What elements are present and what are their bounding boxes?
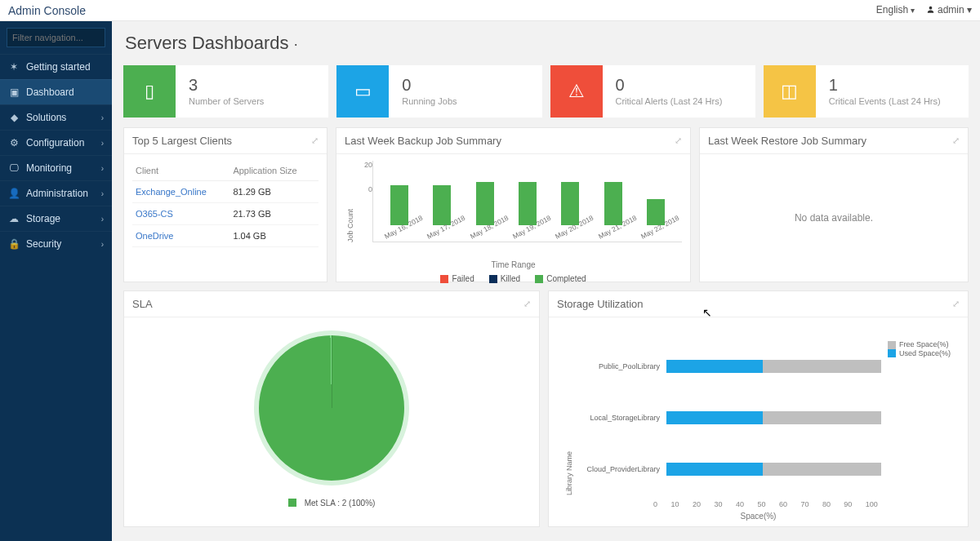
bar xyxy=(561,182,579,225)
stat-label: Critical Alerts (Last 24 Hrs) xyxy=(616,96,723,106)
panel-storage-utilization: Storage Utilization ⤢ ↖ Library Name Pub… xyxy=(548,290,969,527)
panel-title: Last Week Restore Job Summary xyxy=(708,135,866,147)
hbar-row[interactable]: Cloud_ProviderLibrary xyxy=(577,455,881,483)
bar-column[interactable]: May 21, 2018 xyxy=(597,182,630,242)
hbar-used xyxy=(666,463,763,476)
bar-column[interactable]: May 18, 2018 xyxy=(469,182,501,242)
nav-icon: ✶ xyxy=(8,61,20,73)
stat-card[interactable]: ▯ 3 Number of Servers xyxy=(123,65,328,118)
user-menu[interactable]: admin ▾ xyxy=(926,4,972,16)
nav-label: Security xyxy=(26,238,95,250)
panel-title: Storage Utilization xyxy=(557,298,644,310)
top5-table: Client Application Size Exchange_Online … xyxy=(132,161,318,247)
nav-icon: ▣ xyxy=(8,86,20,98)
client-link[interactable]: Exchange_Online xyxy=(136,187,207,197)
hbar-row[interactable]: Local_StorageLibrary xyxy=(577,404,881,432)
stat-label: Number of Servers xyxy=(189,96,264,106)
sla-legend[interactable]: Met SLA : 2 (100%) xyxy=(288,499,376,508)
sidebar-item-storage[interactable]: ☁ Storage › xyxy=(0,206,112,231)
x-tick: 40 xyxy=(736,500,744,508)
expand-icon[interactable]: ⤢ xyxy=(952,135,960,146)
nav-label: Monitoring xyxy=(26,162,95,174)
panel-title: SLA xyxy=(132,298,153,310)
chart-legend: Failed Killed Completed xyxy=(345,274,682,283)
x-axis-ticks: 0102030405060708090100 xyxy=(653,500,878,508)
stat-label: Running Jobs xyxy=(402,96,457,106)
x-axis-label: Time Range xyxy=(345,260,682,269)
user-name: admin xyxy=(938,4,964,16)
x-tick: 20 xyxy=(693,500,701,508)
stat-card[interactable]: ▭ 0 Running Jobs xyxy=(336,65,541,118)
sidebar-item-security[interactable]: 🔒 Security › xyxy=(0,231,112,256)
alert-icon: ⚠ xyxy=(550,65,603,118)
sidebar-item-monitoring[interactable]: 🖵 Monitoring › xyxy=(0,155,112,180)
chevron-right-icon: › xyxy=(101,139,104,148)
legend-completed[interactable]: Completed xyxy=(535,274,586,283)
server-icon: ▯ xyxy=(123,65,176,118)
legend-used[interactable]: Used Space(%) xyxy=(888,349,955,358)
sidebar-item-dashboard[interactable]: ▣ Dashboard xyxy=(0,79,112,104)
nav-icon: 👤 xyxy=(8,188,20,199)
stat-card[interactable]: ⚠ 0 Critical Alerts (Last 24 Hrs) xyxy=(550,65,755,118)
expand-icon[interactable]: ⤢ xyxy=(675,135,682,146)
sidebar-item-configuration[interactable]: ⚙ Configuration › xyxy=(0,130,112,155)
app-size-cell: 81.29 GB xyxy=(229,181,318,203)
bar-column[interactable]: May 17, 2018 xyxy=(425,185,458,242)
col-appsize[interactable]: Application Size xyxy=(229,161,318,181)
table-row: OneDrive 1.04 GB xyxy=(132,225,318,247)
expand-icon[interactable]: ⤢ xyxy=(311,135,318,146)
language-selector[interactable]: English xyxy=(876,4,915,16)
y-axis-label: Library Name xyxy=(562,340,577,495)
hbar-label: Local_StorageLibrary xyxy=(577,414,666,422)
app-size-cell: 1.04 GB xyxy=(229,225,318,247)
table-row: O365-CS 21.73 GB xyxy=(132,203,318,225)
bar xyxy=(519,182,537,225)
hbar-chart: Public_PoolLibrary Local_StorageLibrary … xyxy=(577,340,881,495)
panel-sla: SLA ⤢ Met SLA : 2 (100%) xyxy=(123,290,540,527)
legend-failed[interactable]: Failed xyxy=(440,274,474,283)
bar-chart: May 16, 2018 May 17, 2018 May 18, 2018 M… xyxy=(372,161,682,242)
bar-column[interactable]: May 22, 2018 xyxy=(639,199,672,242)
nav-icon: ◆ xyxy=(8,112,20,123)
sidebar-item-administration[interactable]: 👤 Administration › xyxy=(0,180,112,206)
app-size-cell: 21.73 GB xyxy=(229,203,318,225)
col-client[interactable]: Client xyxy=(132,161,229,181)
chevron-right-icon: › xyxy=(101,215,104,224)
hbar-track xyxy=(666,463,881,476)
bar-column[interactable]: May 20, 2018 xyxy=(554,182,586,242)
sidebar-item-solutions[interactable]: ◆ Solutions › xyxy=(0,104,112,130)
nav-label: Configuration xyxy=(26,137,95,149)
sla-pie-chart[interactable] xyxy=(254,330,409,486)
sidebar: ✶ Getting started ▣ Dashboard ◆ Solution… xyxy=(0,21,112,541)
bar-column[interactable]: May 19, 2018 xyxy=(511,182,544,242)
panel-restore-summary: Last Week Restore Job Summary ⤢ No data … xyxy=(699,127,969,282)
chevron-right-icon: › xyxy=(101,189,104,198)
nav-label: Solutions xyxy=(26,112,95,123)
hbar-label: Cloud_ProviderLibrary xyxy=(577,465,666,473)
client-link[interactable]: O365-CS xyxy=(136,209,173,219)
sidebar-item-getting-started[interactable]: ✶ Getting started xyxy=(0,54,112,79)
briefcase-icon: ▭ xyxy=(336,65,389,118)
empty-state-text: No data available. xyxy=(795,212,873,224)
filter-navigation-input[interactable] xyxy=(7,28,105,47)
bar-column[interactable]: May 16, 2018 xyxy=(383,185,416,242)
bar xyxy=(390,185,408,225)
nav-label: Getting started xyxy=(26,61,104,73)
stat-card[interactable]: ◫ 1 Critical Events (Last 24 Hrs) xyxy=(764,65,969,118)
stat-value: 1 xyxy=(829,77,941,93)
expand-icon[interactable]: ⤢ xyxy=(952,299,960,309)
legend-free[interactable]: Free Space(%) xyxy=(888,340,955,349)
storage-legend: Free Space(%) Used Space(%) xyxy=(881,340,955,495)
expand-icon[interactable]: ⤢ xyxy=(523,299,531,309)
hbar-label: Public_PoolLibrary xyxy=(577,362,666,370)
hbar-track xyxy=(666,360,881,373)
chevron-right-icon: › xyxy=(101,240,104,249)
hbar-row[interactable]: Public_PoolLibrary xyxy=(577,353,881,380)
x-tick: 90 xyxy=(844,500,852,508)
bar xyxy=(604,182,622,225)
nav-icon: 🖵 xyxy=(8,162,20,174)
x-tick: 70 xyxy=(800,500,808,508)
client-link[interactable]: OneDrive xyxy=(136,231,173,241)
legend-killed[interactable]: Killed xyxy=(489,274,520,283)
x-axis-label: Space(%) xyxy=(557,512,960,521)
